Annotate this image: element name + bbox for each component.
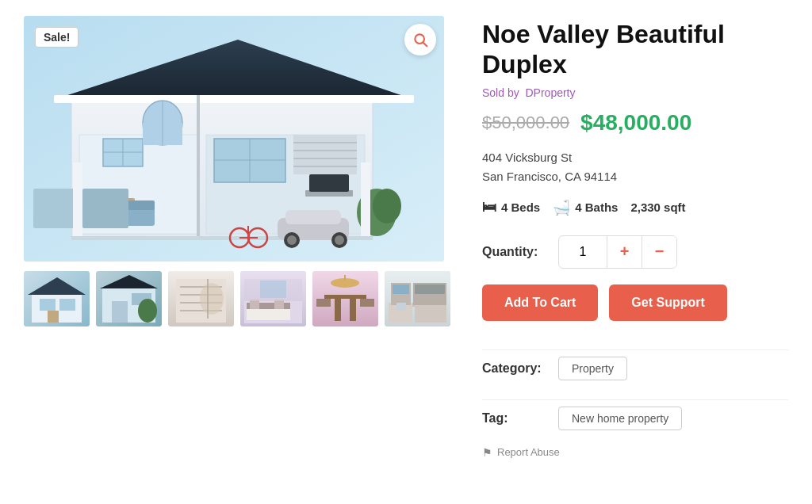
svg-rect-92 [396, 303, 406, 311]
quantity-label: Quantity: [482, 245, 546, 259]
tag-label: Tag: [482, 411, 546, 426]
category-row: Category: Property [482, 357, 788, 380]
svg-rect-51 [40, 299, 56, 311]
main-image-container: Sale! [24, 16, 444, 262]
category-value: Property [558, 357, 627, 380]
svg-rect-90 [393, 284, 409, 294]
tag-value: New home property [558, 407, 682, 430]
quantity-control: + − [558, 235, 677, 269]
action-buttons: Add To Cart Get Support [482, 284, 788, 321]
sale-badge: Sale! [35, 27, 79, 48]
quantity-row: Quantity: + − [482, 235, 788, 269]
thumbnail-3[interactable] [168, 271, 234, 326]
svg-point-29 [373, 189, 401, 223]
address-line2: San Francisco, CA 94114 [482, 167, 788, 186]
address-line1: 404 Vicksburg St [482, 148, 788, 167]
svg-rect-20 [309, 174, 349, 192]
svg-rect-35 [361, 162, 370, 236]
svg-point-59 [138, 299, 157, 323]
svg-rect-34 [73, 162, 82, 236]
quantity-input[interactable] [559, 239, 607, 265]
svg-point-41 [335, 235, 344, 245]
svg-rect-21 [293, 135, 357, 174]
sale-price: $48,000.00 [580, 110, 691, 136]
category-label: Category: [482, 361, 546, 376]
thumbnail-strip [24, 271, 450, 326]
svg-line-47 [423, 43, 427, 46]
meta-divider-2 [482, 399, 788, 400]
svg-rect-81 [360, 299, 374, 307]
thumbnail-4[interactable] [240, 271, 306, 326]
tag-row: Tag: New home property [482, 407, 788, 430]
thumbnail-1[interactable] [24, 271, 90, 326]
seller-name: DProperty [525, 86, 575, 99]
add-to-cart-button[interactable]: Add To Cart [482, 284, 598, 321]
beds-value: 4 Beds [501, 200, 540, 214]
svg-rect-75 [260, 281, 286, 298]
bed-icon: 🛏 [482, 199, 496, 216]
svg-rect-7 [197, 95, 200, 238]
beds-detail: 🛏 4 Beds [482, 199, 540, 216]
quantity-increase-button[interactable]: + [607, 236, 642, 268]
baths-value: 4 Baths [575, 200, 618, 214]
thumbnail-6[interactable] [385, 271, 450, 326]
svg-rect-37 [285, 210, 341, 224]
image-section: Sale! [24, 16, 450, 459]
svg-rect-77 [324, 295, 366, 299]
quantity-decrease-button[interactable]: − [642, 236, 676, 268]
sqft-value: 2,330 sqft [630, 200, 685, 214]
svg-rect-27 [82, 189, 128, 228]
report-abuse-label: Report Abuse [497, 446, 560, 458]
svg-rect-57 [112, 301, 128, 323]
svg-rect-4 [54, 95, 414, 103]
detail-section: Noe Valley Beautiful Duplex Sold by DPro… [482, 16, 788, 459]
search-button[interactable] [404, 24, 436, 55]
svg-rect-79 [350, 299, 356, 321]
get-support-button[interactable]: Get Support [609, 284, 726, 321]
meta-divider [482, 349, 788, 350]
svg-rect-78 [335, 299, 341, 321]
svg-point-39 [287, 235, 297, 245]
property-specs: 🛏 4 Beds 🛁 4 Baths 2,330 sqft [482, 199, 788, 216]
svg-rect-80 [316, 299, 331, 307]
svg-rect-26 [33, 189, 79, 228]
sold-by-line: Sold by DProperty [482, 86, 788, 99]
svg-point-66 [200, 283, 224, 315]
svg-rect-52 [59, 299, 75, 311]
baths-detail: 🛁 4 Baths [553, 199, 618, 216]
svg-point-46 [415, 34, 424, 44]
svg-rect-87 [415, 303, 446, 323]
bath-icon: 🛁 [553, 199, 570, 216]
svg-rect-91 [415, 284, 445, 294]
original-price: $50,000.00 [482, 113, 569, 133]
price-row: $50,000.00 $48,000.00 [482, 110, 788, 136]
address-block: 404 Vicksburg St San Francisco, CA 94114 [482, 148, 788, 186]
thumbnail-2[interactable] [96, 271, 162, 326]
svg-rect-53 [48, 311, 59, 323]
thumbnail-5[interactable] [312, 271, 378, 326]
property-title: Noe Valley Beautiful Duplex [482, 19, 788, 80]
flag-icon: ⚑ [482, 446, 492, 459]
sqft-detail: 2,330 sqft [630, 200, 685, 214]
sold-by-prefix: Sold by [482, 86, 519, 99]
report-abuse-link[interactable]: ⚑ Report Abuse [482, 446, 788, 459]
